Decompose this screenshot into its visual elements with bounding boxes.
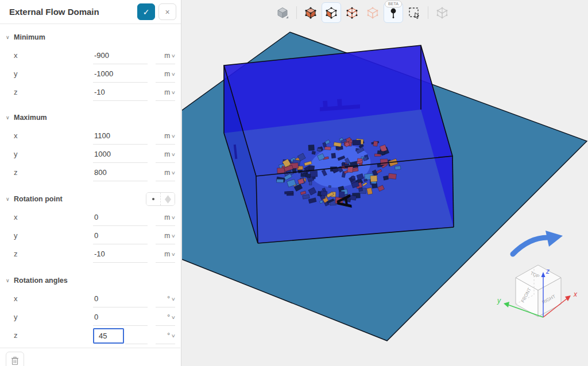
- section-rotation-angles[interactable]: ∨ Rotation angles: [0, 272, 181, 289]
- axis-x-label: x: [573, 290, 578, 298]
- min-y-unit-select[interactable]: m∨: [156, 70, 175, 83]
- rotate-arrow: [513, 231, 563, 254]
- probe-point-icon: [387, 6, 400, 19]
- row-min-x: x -900 m∨: [0, 46, 181, 64]
- min-x-unit-select[interactable]: m∨: [156, 52, 175, 64]
- delete-button[interactable]: [6, 352, 24, 366]
- select-assembly-button-disabled[interactable]: [432, 2, 452, 23]
- max-z-input[interactable]: 800: [93, 168, 148, 181]
- rotation-point-mode-group: [146, 192, 175, 206]
- axis-y-label: y: [497, 297, 501, 305]
- scene-canvas[interactable]: A TOP FRONT RIGHT: [182, 0, 588, 366]
- rotpoint-y-input[interactable]: 0: [93, 231, 148, 244]
- row-max-y: y 1000 m∨: [0, 145, 181, 163]
- max-y-input[interactable]: 1000: [93, 150, 148, 163]
- row-rotangle-y: y 0 °∨: [0, 307, 181, 326]
- cube-face-icon: [325, 6, 338, 19]
- toolbar-divider: [428, 6, 428, 19]
- chevron-down-icon: ∨: [171, 88, 176, 96]
- row-rotpoint-z: z -10 m∨: [0, 244, 181, 263]
- rotpoint-z-input[interactable]: -10: [93, 250, 148, 263]
- axis-z-label: z: [546, 267, 550, 275]
- rotpoint-x-input[interactable]: 0: [93, 213, 148, 226]
- external-flow-domain-panel: External Flow Domain ✓ × ∨ Minimum x -90…: [0, 0, 181, 366]
- selection-toolbar: BETA: [272, 1, 452, 24]
- chevron-down-icon: ∨: [171, 213, 176, 221]
- viewport-3d[interactable]: A TOP FRONT RIGHT: [182, 0, 588, 366]
- cube-solid-icon: [276, 6, 289, 19]
- max-z-unit-select[interactable]: m∨: [156, 169, 175, 181]
- section-rotation-point[interactable]: ∨ Rotation point: [0, 190, 181, 208]
- min-z-unit-select[interactable]: m∨: [156, 88, 175, 101]
- min-x-input[interactable]: -900: [93, 51, 148, 64]
- min-z-input[interactable]: -10: [93, 88, 148, 101]
- chevron-down-icon: ∨: [171, 232, 176, 240]
- point-pick-button[interactable]: [160, 193, 175, 205]
- select-faces-button[interactable]: [322, 2, 341, 23]
- cube-assembly-faded-icon: [436, 6, 448, 19]
- chevron-down-icon: ∨: [171, 150, 176, 158]
- close-button[interactable]: ×: [158, 3, 176, 20]
- rotangle-y-unit-select[interactable]: °∨: [156, 313, 175, 326]
- chevron-down-icon: ∨: [171, 313, 176, 321]
- select-edges-button-disabled[interactable]: [363, 2, 382, 23]
- cube-wireframe-faded-icon: [366, 6, 379, 19]
- max-x-unit-select[interactable]: m∨: [156, 132, 175, 145]
- pick-on-geometry-icon: [165, 195, 171, 204]
- row-min-y: y -1000 m∨: [0, 64, 181, 83]
- trash-icon: [11, 356, 19, 365]
- chevron-down-icon: ∨: [171, 250, 176, 258]
- beta-badge: BETA: [385, 1, 402, 7]
- rotpoint-x-unit-select[interactable]: m∨: [156, 213, 175, 226]
- row-max-x: x 1100 m∨: [0, 126, 181, 145]
- section-minimum[interactable]: ∨ Minimum: [0, 29, 181, 46]
- chevron-down-icon: ∨: [171, 295, 176, 303]
- select-volumes-button[interactable]: [301, 2, 320, 23]
- row-rotangle-z: z 45 °∨: [0, 326, 181, 344]
- chevron-down-icon: ∨: [6, 34, 14, 40]
- view-mode-button[interactable]: [273, 2, 292, 23]
- probe-point-button[interactable]: BETA: [384, 2, 403, 23]
- chevron-down-icon: ∨: [6, 278, 14, 283]
- chevron-down-icon: ∨: [171, 169, 176, 177]
- section-maximum[interactable]: ∨ Maximum: [0, 109, 181, 126]
- point-icon: [152, 198, 154, 200]
- min-y-input[interactable]: -1000: [93, 69, 148, 83]
- rotangle-y-input[interactable]: 0: [93, 313, 148, 326]
- chevron-down-icon: ∨: [171, 332, 176, 340]
- terrain-letter-a: A: [331, 193, 357, 211]
- cube-wireframe-icon: [346, 6, 358, 19]
- chevron-down-icon: ∨: [6, 196, 14, 202]
- rotangle-z-input[interactable]: 45: [93, 328, 124, 344]
- row-rotpoint-x: x 0 m∨: [0, 208, 181, 226]
- box-select-icon: [408, 6, 420, 19]
- max-x-input[interactable]: 1100: [93, 131, 148, 145]
- point-coordinates-button[interactable]: [146, 193, 160, 205]
- confirm-button[interactable]: ✓: [137, 3, 155, 20]
- row-rotpoint-y: y 0 m∨: [0, 226, 181, 244]
- panel-title: External Flow Domain: [9, 7, 137, 17]
- chevron-down-icon: ∨: [171, 132, 176, 140]
- row-max-z: z 800 m∨: [0, 163, 181, 181]
- rotpoint-z-unit-select[interactable]: m∨: [156, 250, 175, 263]
- cube-volume-icon: [304, 6, 317, 19]
- row-min-z: z -10 m∨: [0, 83, 181, 101]
- rotangle-x-unit-select[interactable]: °∨: [156, 295, 175, 307]
- row-rotangle-x: x 0 °∨: [0, 289, 181, 307]
- max-y-unit-select[interactable]: m∨: [156, 150, 175, 163]
- panel-footer: [0, 348, 180, 366]
- chevron-down-icon: ∨: [171, 70, 176, 78]
- rotangle-x-input[interactable]: 0: [93, 294, 148, 307]
- box-select-button[interactable]: [404, 2, 424, 23]
- rotpoint-y-unit-select[interactable]: m∨: [156, 232, 175, 244]
- chevron-down-icon: ∨: [171, 52, 176, 60]
- chevron-down-icon: ∨: [6, 115, 14, 120]
- panel-header: External Flow Domain ✓ ×: [0, 0, 181, 24]
- rotangle-z-input-underline: [125, 325, 148, 344]
- toolbar-divider: [296, 6, 297, 19]
- select-vertices-button[interactable]: [342, 2, 362, 23]
- rotangle-z-unit-select[interactable]: °∨: [156, 332, 175, 344]
